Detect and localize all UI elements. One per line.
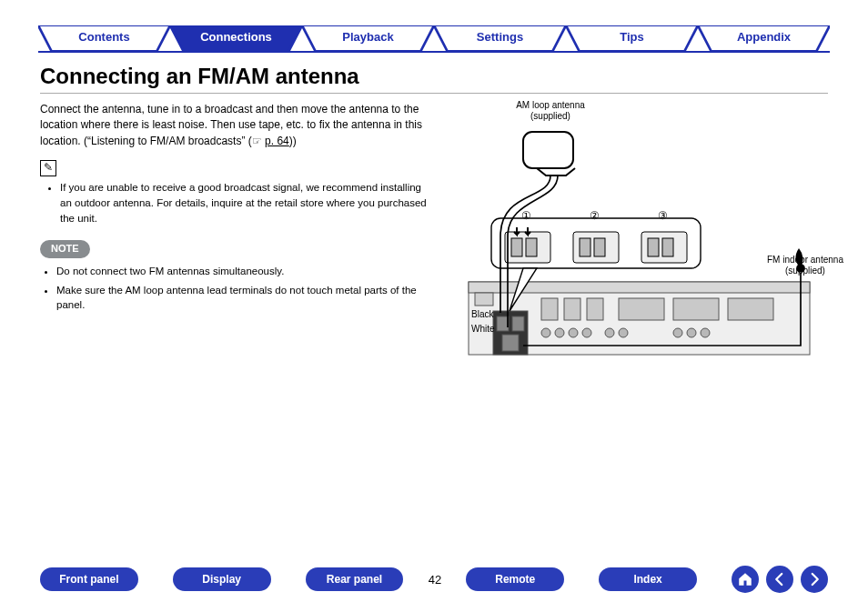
connection-diagram: AM loop antenna (supplied) FM indoor ant… (437, 100, 837, 373)
tab-label: Tips (620, 30, 644, 44)
prev-page-icon[interactable] (766, 566, 793, 593)
svg-rect-11 (619, 298, 664, 320)
svg-rect-27 (475, 293, 493, 306)
svg-rect-35 (594, 238, 605, 256)
heading-rule (40, 93, 828, 94)
am-antenna-label: AM loop antenna (supplied) (510, 100, 591, 122)
svg-point-19 (619, 328, 628, 337)
tab-label: Playback (342, 30, 393, 44)
btn-rear-panel[interactable]: Rear panel (306, 567, 404, 591)
page-number: 42 (412, 573, 457, 587)
svg-rect-32 (511, 238, 522, 256)
page-reference-link[interactable]: p. 64 (265, 135, 289, 147)
svg-rect-33 (526, 238, 537, 256)
note-list: Do not connect two FM antennas simultane… (56, 264, 431, 313)
svg-rect-13 (728, 298, 773, 320)
next-page-icon[interactable] (801, 566, 828, 593)
note-item: Do not connect two FM antennas simultane… (56, 264, 431, 279)
svg-rect-10 (587, 298, 603, 320)
btn-front-panel[interactable]: Front panel (40, 567, 138, 591)
svg-point-16 (569, 328, 578, 337)
info-item: If you are unable to receive a good broa… (60, 180, 431, 226)
tab-label: Settings (477, 30, 523, 44)
svg-rect-25 (512, 316, 524, 331)
body-text: Connect the antenna, tune in to a broadc… (40, 102, 431, 316)
wire-black-label: Black (471, 309, 493, 320)
page-title: Connecting an FM/AM antenna (40, 64, 359, 89)
bottom-bar: Front panel Display Rear panel 42 Remote… (40, 565, 828, 594)
svg-rect-38 (523, 132, 573, 168)
step-marker-2: ② (590, 209, 600, 222)
nav-icons (732, 566, 828, 593)
svg-point-17 (582, 328, 591, 337)
svg-point-15 (555, 328, 564, 337)
step-marker-3: ③ (658, 209, 668, 222)
svg-point-22 (701, 328, 710, 337)
pencil-icon: ✎ (40, 160, 56, 176)
note-badge: NOTE (40, 240, 90, 258)
svg-point-20 (673, 328, 682, 337)
home-icon[interactable] (732, 566, 759, 593)
btn-remote[interactable]: Remote (466, 567, 564, 591)
tab-connections[interactable]: Connections (170, 25, 302, 51)
fm-antenna-label: FM indoor antenna (supplied) (760, 255, 851, 276)
btn-index[interactable]: Index (599, 567, 697, 591)
top-tabs: Contents Connections Playback Settings T… (38, 25, 830, 53)
tab-label: Appendix (737, 30, 791, 44)
svg-rect-36 (648, 238, 659, 256)
tab-settings[interactable]: Settings (434, 25, 566, 51)
tab-contents[interactable]: Contents (38, 25, 170, 51)
tab-label: Connections (200, 30, 272, 44)
tab-appendix[interactable]: Appendix (698, 25, 830, 51)
tab-tips[interactable]: Tips (566, 25, 698, 51)
step-marker-1: ① (521, 209, 531, 222)
svg-rect-37 (662, 238, 673, 256)
svg-rect-24 (497, 316, 509, 331)
svg-rect-12 (673, 298, 719, 320)
intro-text: Connect the antenna, tune in to a broadc… (40, 103, 422, 147)
intro-tail: )) (289, 135, 297, 147)
svg-rect-9 (564, 298, 580, 320)
svg-point-14 (541, 328, 550, 337)
svg-rect-34 (580, 238, 590, 256)
wire-white-label: White (471, 324, 495, 335)
svg-rect-8 (541, 298, 558, 320)
note-item: Make sure the AM loop antenna lead termi… (56, 283, 431, 313)
tab-label: Contents (78, 30, 129, 44)
info-list: If you are unable to receive a good broa… (60, 180, 431, 226)
btn-display[interactable]: Display (173, 567, 271, 591)
svg-point-18 (605, 328, 614, 337)
tab-playback[interactable]: Playback (302, 25, 434, 51)
svg-point-21 (687, 328, 696, 337)
svg-rect-26 (502, 335, 519, 351)
